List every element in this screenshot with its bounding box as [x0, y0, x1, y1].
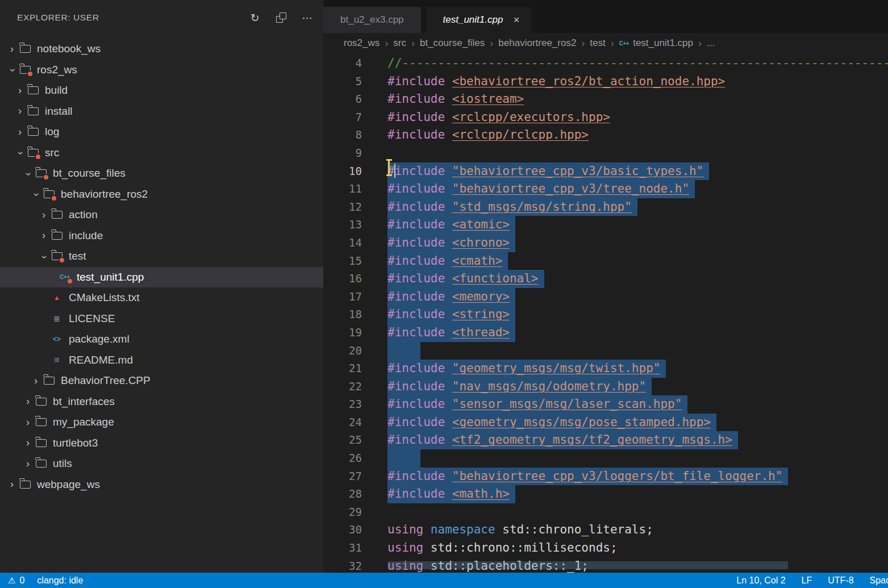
- code-line[interactable]: 30using namespace std::chrono_literals;: [323, 521, 888, 539]
- line-number[interactable]: 14: [323, 234, 362, 252]
- breadcrumb-item-ros2_ws[interactable]: ros2_ws: [344, 37, 380, 49]
- cursor-position[interactable]: Ln 10, Col 2: [736, 576, 785, 586]
- line-number[interactable]: 17: [323, 288, 362, 306]
- line-number[interactable]: 23: [323, 395, 362, 414]
- code-line[interactable]: 14#include <chrono>: [323, 234, 888, 252]
- line-number[interactable]: 24: [323, 414, 362, 432]
- code-line[interactable]: 20: [323, 342, 888, 360]
- code-line[interactable]: 11#include "behaviortree_cpp_v3/tree_nod…: [323, 180, 888, 198]
- code-line[interactable]: 25#include <tf2_geometry_msgs/tf2_geomet…: [323, 431, 888, 449]
- line-number[interactable]: 26: [323, 449, 362, 468]
- horizontal-scrollbar[interactable]: [387, 561, 788, 569]
- eol-indicator[interactable]: LF: [802, 576, 812, 586]
- tree-item-test_unit1.cpp[interactable]: ›C++test_unit1.cpp: [0, 267, 323, 288]
- indent-indicator[interactable]: Spac: [870, 576, 888, 586]
- code-line[interactable]: 5#include <behaviortree_ros2/bt_action_n…: [323, 73, 888, 91]
- line-number[interactable]: 29: [323, 503, 362, 522]
- tree-item-BehaviorTree.CPP[interactable]: ›BehaviorTree.CPP: [0, 370, 323, 391]
- code-line[interactable]: 28#include <math.h>: [323, 485, 888, 503]
- code-editor[interactable]: 4//-------------------------------------…: [323, 53, 888, 573]
- line-number[interactable]: 5: [323, 73, 362, 91]
- tab-bt_u2_ex3.cpp[interactable]: bt_u2_ex3.cpp: [323, 7, 421, 33]
- tree-item-log[interactable]: ›log: [0, 122, 323, 143]
- open-editors-icon[interactable]: [276, 12, 287, 23]
- line-number[interactable]: 12: [323, 198, 362, 216]
- line-number[interactable]: 32: [323, 557, 362, 573]
- line-number[interactable]: 6: [323, 90, 362, 109]
- line-number[interactable]: 30: [323, 521, 362, 539]
- line-number[interactable]: 9: [323, 144, 362, 162]
- breadcrumb-item-src[interactable]: src: [393, 37, 406, 49]
- tree-item-behaviortree_ros2[interactable]: ›behaviortree_ros2: [0, 184, 323, 205]
- code-line[interactable]: 4//-------------------------------------…: [323, 55, 888, 73]
- breadcrumb-item-test_unit1.cpp[interactable]: C++test_unit1.cpp: [619, 37, 693, 49]
- tree-item-CMakeLists.txt[interactable]: ›▲CMakeLists.txt: [0, 287, 323, 308]
- tree-item-test[interactable]: ›test: [0, 246, 323, 267]
- line-number[interactable]: 15: [323, 252, 362, 270]
- breadcrumb-item-behaviortree_ros2[interactable]: behaviortree_ros2: [498, 37, 576, 49]
- tree-item-package.xml[interactable]: ›<>package.xml: [0, 329, 323, 350]
- line-number[interactable]: 25: [323, 431, 362, 449]
- line-number[interactable]: 8: [323, 126, 362, 144]
- code-line[interactable]: 24#include <geometry_msgs/msg/pose_stamp…: [323, 414, 888, 432]
- line-number[interactable]: 21: [323, 360, 362, 378]
- line-number[interactable]: 19: [323, 324, 362, 342]
- line-number[interactable]: 28: [323, 485, 362, 503]
- line-number[interactable]: 10: [323, 162, 362, 181]
- code-line[interactable]: 8#include <rclcpp/rclcpp.hpp>: [323, 126, 888, 144]
- code-line[interactable]: 18#include <string>: [323, 306, 888, 324]
- line-number[interactable]: 7: [323, 109, 362, 127]
- code-line[interactable]: 19#include <thread>: [323, 324, 888, 342]
- code-line[interactable]: 29: [323, 503, 888, 522]
- breadcrumb-item-test[interactable]: test: [590, 37, 605, 49]
- line-number[interactable]: 20: [323, 342, 362, 360]
- tree-item-LICENSE[interactable]: ›≣LICENSE: [0, 308, 323, 330]
- tree-item-build[interactable]: ›build: [0, 80, 323, 101]
- code-line[interactable]: 16#include <functional>: [323, 270, 888, 288]
- line-number[interactable]: 22: [323, 378, 362, 396]
- code-line[interactable]: 22#include "nav_msgs/msg/odometry.hpp": [323, 378, 888, 396]
- breadcrumb-item-bt_course_files[interactable]: bt_course_files: [420, 37, 485, 49]
- code-line[interactable]: 13#include <atomic>: [323, 216, 888, 234]
- tree-item-bt_interfaces[interactable]: ›bt_interfaces: [0, 391, 323, 412]
- tree-item-webpage_ws[interactable]: ›webpage_ws: [0, 474, 323, 495]
- close-icon[interactable]: ×: [513, 14, 519, 26]
- code-line[interactable]: 27#include "behaviortree_cpp_v3/loggers/…: [323, 468, 888, 486]
- code-line[interactable]: 26: [323, 449, 888, 468]
- code-line[interactable]: 12#include "std_msgs/msg/string.hpp": [323, 198, 888, 216]
- line-number[interactable]: 13: [323, 216, 362, 234]
- tree-item-include[interactable]: ›include: [0, 226, 323, 247]
- code-line[interactable]: 21#include "geometry_msgs/msg/twist.hpp": [323, 360, 888, 378]
- tree-item-bt_course_files[interactable]: ›bt_course_files: [0, 163, 323, 184]
- code-line[interactable]: 31using std::chrono::milliseconds;: [323, 539, 888, 557]
- tree-item-utils[interactable]: ›utils: [0, 453, 323, 474]
- line-number[interactable]: 18: [323, 306, 362, 324]
- line-number[interactable]: 27: [323, 468, 362, 486]
- clangd-status[interactable]: clangd: idle: [37, 576, 83, 586]
- refresh-icon[interactable]: ↻: [249, 12, 261, 23]
- more-actions-icon[interactable]: ⋯: [302, 12, 313, 23]
- code-line[interactable]: 10#include "behaviortree_cpp_v3/basic_ty…: [323, 162, 888, 181]
- tab-test_unit1.cpp[interactable]: test_unit1.cpp×: [426, 7, 531, 33]
- tree-item-src[interactable]: ›src: [0, 143, 323, 164]
- line-number[interactable]: 31: [323, 539, 362, 557]
- tree-item-README.md[interactable]: ›≡README.md: [0, 350, 323, 371]
- code-line[interactable]: 15#include <cmath>: [323, 252, 888, 270]
- tree-item-notebook_ws[interactable]: ›notebook_ws: [0, 39, 323, 60]
- code-line[interactable]: 6#include <iostream>: [323, 90, 888, 109]
- tree-item-turtlebot3[interactable]: ›turtlebot3: [0, 433, 323, 454]
- problems-indicator[interactable]: ⚠ 0: [8, 576, 24, 586]
- tree-item-install[interactable]: ›install: [0, 101, 323, 122]
- code-line[interactable]: 23#include "sensor_msgs/msg/laser_scan.h…: [323, 395, 888, 414]
- line-number[interactable]: 4: [323, 55, 362, 73]
- tree-item-my_package[interactable]: ›my_package: [0, 412, 323, 433]
- tree-item-ros2_ws[interactable]: ›ros2_ws: [0, 60, 323, 81]
- code-line[interactable]: 7#include <rclcpp/executors.hpp>: [323, 109, 888, 127]
- line-number[interactable]: 16: [323, 270, 362, 288]
- encoding-indicator[interactable]: UTF-8: [828, 576, 853, 586]
- line-number[interactable]: 11: [323, 180, 362, 198]
- breadcrumb-overflow[interactable]: ...: [707, 37, 715, 49]
- code-line[interactable]: 9: [323, 144, 888, 162]
- code-line[interactable]: 17#include <memory>: [323, 288, 888, 306]
- tree-item-action[interactable]: ›action: [0, 205, 323, 226]
